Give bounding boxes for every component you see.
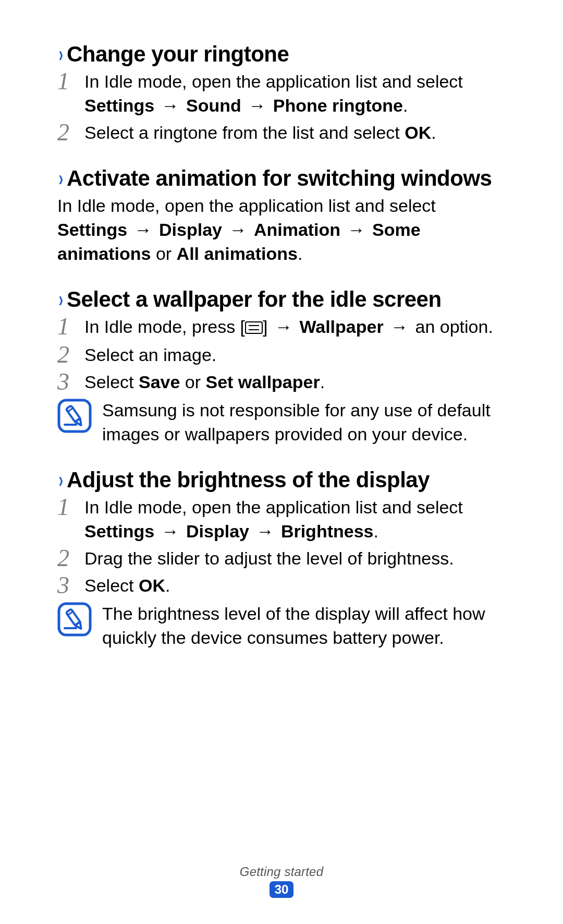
arrow-glyph: → [346,220,368,239]
step-body: Select Save or Set wallpaper. [84,370,325,394]
step-body: Drag the slider to adjust the level of b… [84,547,454,571]
arrow-glyph: → [254,521,276,541]
manual-page: ›Change your ringtone1In Idle mode, open… [0,0,563,924]
chevron-icon: › [59,167,63,189]
section-heading: ›Activate animation for switching window… [57,166,506,191]
step-item: 3Select OK. [57,574,506,598]
svg-line-9 [68,611,73,615]
svg-rect-0 [246,322,262,333]
note-text: Samsung is not responsible for any use o… [102,399,506,447]
step-body: In Idle mode, open the application list … [84,496,506,544]
step-item: 2Select a ringtone from the list and sel… [57,121,506,145]
step-number: 2 [57,546,75,571]
heading-text: Change your ringtone [67,42,289,67]
section-heading: ›Change your ringtone [57,42,506,67]
heading-text: Select a wallpaper for the idle screen [67,287,442,312]
chevron-icon: › [59,43,63,65]
note-icon [57,399,92,433]
step-item: 1In Idle mode, press [] → Wallpaper → an… [57,315,506,340]
section-ringtone: ›Change your ringtone1In Idle mode, open… [57,42,506,145]
arrow-glyph: → [160,521,181,541]
heading-text: Activate animation for switching windows [67,166,492,191]
step-number: 2 [57,342,75,367]
section-brightness: ›Adjust the brightness of the display1In… [57,467,506,650]
arrow-glyph: → [388,317,410,337]
section-paragraph: In Idle mode, open the application list … [57,194,506,266]
note-text: The brightness level of the display will… [102,602,506,650]
svg-rect-7 [59,604,90,635]
step-body: Select a ringtone from the list and sele… [84,121,436,145]
arrow-glyph: → [273,317,295,337]
heading-text: Adjust the brightness of the display [67,467,430,493]
section-animation: ›Activate animation for switching window… [57,166,506,266]
step-body: In Idle mode, open the application list … [84,70,506,118]
svg-line-5 [68,408,73,412]
arrow-glyph: → [132,220,154,239]
step-body: In Idle mode, press [] → Wallpaper → an … [84,315,493,340]
step-item: 1In Idle mode, open the application list… [57,70,506,118]
step-number: 3 [57,573,75,598]
note-block: Samsung is not responsible for any use o… [57,399,506,447]
page-footer: Getting started 30 [0,865,563,898]
step-item: 2Select an image. [57,343,506,367]
step-number: 2 [57,120,75,145]
step-item: 1In Idle mode, open the application list… [57,496,506,544]
menu-key-icon [245,316,263,340]
section-heading: ›Adjust the brightness of the display [57,467,506,493]
step-list: 1In Idle mode, open the application list… [57,70,506,145]
step-number: 3 [57,369,75,394]
step-item: 2Drag the slider to adjust the level of … [57,547,506,571]
step-body: Select OK. [84,574,170,598]
step-body: Select an image. [84,343,216,367]
note-icon [57,602,92,637]
section-heading: ›Select a wallpaper for the idle screen [57,287,506,312]
chevron-icon: › [59,469,63,491]
step-number: 1 [57,69,75,94]
chevron-icon: › [59,289,63,310]
arrow-glyph: → [160,95,181,115]
section-wallpaper: ›Select a wallpaper for the idle screen1… [57,287,506,447]
step-number: 1 [57,495,75,520]
step-number: 1 [57,314,75,339]
svg-rect-3 [59,400,90,431]
page-number-badge: 30 [270,881,293,898]
step-list: 1In Idle mode, open the application list… [57,496,506,598]
arrow-glyph: → [246,95,268,115]
note-block: The brightness level of the display will… [57,602,506,650]
footer-section-label: Getting started [0,865,563,879]
step-list: 1In Idle mode, press [] → Wallpaper → an… [57,315,506,394]
step-item: 3Select Save or Set wallpaper. [57,370,506,394]
arrow-glyph: → [227,220,249,239]
